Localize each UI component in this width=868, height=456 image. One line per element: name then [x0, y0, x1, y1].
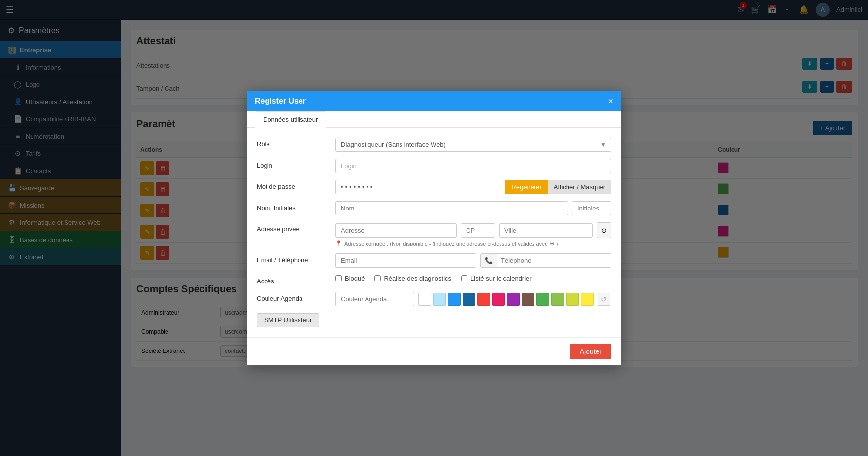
calendrier-checkbox[interactable] [461, 275, 467, 281]
nom-input-wrap [335, 201, 611, 215]
login-input-wrap [335, 159, 611, 173]
color-swatch[interactable] [536, 293, 549, 306]
couleur-agenda-input[interactable] [335, 292, 414, 306]
color-swatch[interactable] [581, 293, 594, 306]
bloque-label: Bloqué [345, 275, 365, 282]
acces-wrap: Bloqué Réalise des diagnostics Listé sur… [335, 275, 611, 282]
tab-donnees-utilisateur[interactable]: Données utilisateur [255, 111, 326, 128]
geolocation-button[interactable]: ⊙ [597, 222, 611, 238]
smtp-row: SMTP Utilisateur [257, 313, 611, 327]
help-icon: ⊕ [550, 240, 554, 246]
nom-input[interactable] [335, 201, 568, 215]
password-label: Mot de passe [257, 180, 335, 190]
address-group: ⊙ [335, 222, 611, 238]
login-input[interactable] [335, 159, 611, 173]
calendrier-label: Listé sur le calendrier [470, 275, 532, 282]
bloque-checkbox-label[interactable]: Bloqué [335, 275, 365, 282]
regenerer-button[interactable]: Regénérer [505, 180, 547, 194]
color-clear-button[interactable]: ↺ [598, 293, 610, 306]
password-group: Regénérer Afficher / Masquer [335, 180, 611, 194]
adresse-input[interactable] [335, 223, 457, 238]
bloque-checkbox[interactable] [335, 275, 342, 281]
smtp-button[interactable]: SMTP Utilisateur [257, 313, 319, 327]
calendrier-checkbox-label[interactable]: Listé sur le calendrier [461, 275, 532, 282]
register-user-modal: Register User × Données utilisateur Rôle… [247, 91, 621, 365]
role-select-wrap: Diagnostiqueur (Sans interface Web) ▼ [335, 138, 611, 152]
diagnostics-label: Réalise des diagnostics [384, 275, 451, 282]
color-swatches [418, 293, 594, 306]
pin-icon: 📍 [335, 240, 342, 246]
role-label: Rôle [257, 138, 335, 148]
telephone-wrap: 📞 [480, 253, 611, 268]
cp-input[interactable] [461, 223, 495, 238]
nom-row: Nom, Initiales [257, 201, 611, 215]
ajouter-submit-button[interactable]: Ajouter [570, 344, 611, 359]
target-icon: ⊙ [601, 227, 607, 234]
modal-close-button[interactable]: × [608, 97, 613, 105]
afficher-masquer-button[interactable]: Afficher / Masquer [548, 180, 611, 194]
color-swatch[interactable] [463, 293, 475, 306]
adresse-note: 📍 Adresse corrigée : (Non disponible - (… [335, 240, 611, 246]
login-label: Login [257, 159, 335, 169]
email-tel-wrap: 📞 [335, 253, 611, 268]
couleur-wrap: ↺ [335, 292, 611, 306]
password-input-wrap: Regénérer Afficher / Masquer [335, 180, 611, 194]
email-input[interactable] [335, 253, 476, 268]
email-tel-group: 📞 [335, 253, 611, 268]
color-swatch[interactable] [507, 293, 520, 306]
color-swatch[interactable] [551, 293, 564, 306]
color-swatch[interactable] [566, 293, 579, 306]
color-swatch[interactable] [477, 293, 490, 306]
addr-note-end: ) [556, 241, 558, 246]
diagnostics-checkbox[interactable] [374, 275, 381, 281]
modal-body: Rôle Diagnostiqueur (Sans interface Web)… [247, 128, 621, 337]
telephone-input[interactable] [497, 254, 611, 267]
diagnostics-checkbox-label[interactable]: Réalise des diagnostics [374, 275, 451, 282]
email-tel-row: Email / Téléphone 📞 [257, 253, 611, 268]
modal-header: Register User × [247, 91, 621, 111]
color-swatch[interactable] [522, 293, 534, 306]
nom-group [335, 201, 611, 215]
modal-tabs: Données utilisateur [247, 111, 621, 128]
password-row: Mot de passe Regénérer Afficher / Masque… [257, 180, 611, 194]
ville-input[interactable] [499, 223, 593, 238]
role-select[interactable]: Diagnostiqueur (Sans interface Web) [335, 138, 611, 152]
adresse-input-wrap: ⊙ 📍 Adresse corrigée : (Non disponible -… [335, 222, 611, 246]
couleur-row: Couleur Agenda ↺ [257, 292, 611, 306]
adresse-label: Adresse privée [257, 222, 335, 233]
acces-label: Accès [257, 275, 335, 285]
modal-title: Register User [255, 97, 306, 105]
nom-label: Nom, Initiales [257, 201, 335, 211]
login-row: Login [257, 159, 611, 173]
initiales-input[interactable] [572, 201, 611, 215]
adresse-row: Adresse privée ⊙ 📍 Adresse corrigée : (N… [257, 222, 611, 246]
role-row: Rôle Diagnostiqueur (Sans interface Web)… [257, 138, 611, 152]
couleur-label: Couleur Agenda [257, 292, 335, 302]
color-swatch[interactable] [418, 293, 431, 306]
acces-checkboxes: Bloqué Réalise des diagnostics Listé sur… [335, 275, 611, 282]
color-swatch[interactable] [448, 293, 461, 306]
color-swatch[interactable] [433, 293, 446, 306]
modal-footer: Ajouter [247, 337, 621, 365]
email-tel-label: Email / Téléphone [257, 253, 335, 264]
password-input[interactable] [335, 180, 505, 194]
acces-row: Accès Bloqué Réalise des diagnostics [257, 275, 611, 285]
phone-icon: 📞 [481, 254, 497, 267]
adresse-note-text: Adresse corrigée : (Non disponible - (In… [344, 241, 548, 246]
color-swatch[interactable] [492, 293, 505, 306]
modal-overlay[interactable]: Register User × Données utilisateur Rôle… [0, 0, 868, 456]
couleur-group: ↺ [335, 292, 611, 306]
